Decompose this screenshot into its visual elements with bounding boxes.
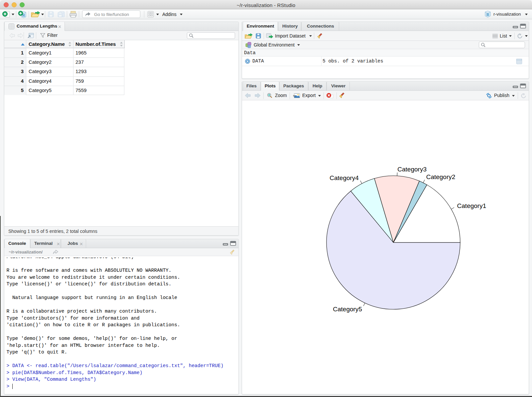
svg-text:Category4: Category4 xyxy=(330,174,359,181)
svg-text:Category1: Category1 xyxy=(457,202,486,209)
svg-text:R: R xyxy=(486,12,489,17)
svg-text:Category2: Category2 xyxy=(426,173,456,180)
svg-text:Category3: Category3 xyxy=(397,166,427,173)
svg-text:Category5: Category5 xyxy=(333,306,362,313)
